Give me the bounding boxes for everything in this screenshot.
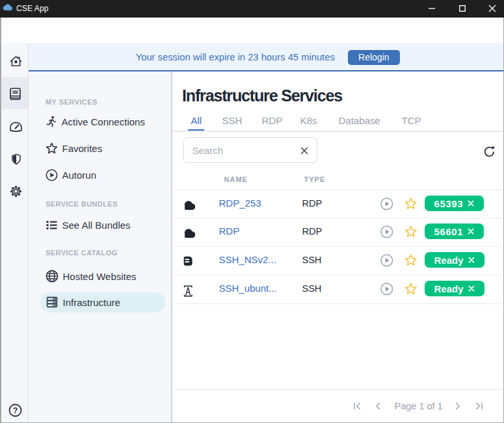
svg-text:?: ? xyxy=(12,406,18,415)
